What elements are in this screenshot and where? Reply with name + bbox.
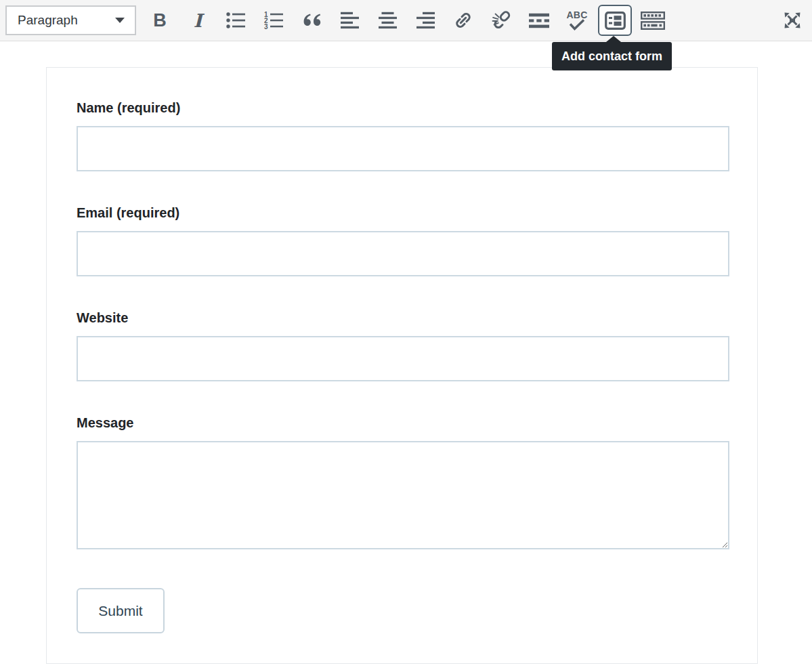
blockquote-icon [301,12,322,28]
website-field-group: Website [77,310,729,381]
contact-form-icon [605,12,626,30]
submit-button[interactable]: Submit [77,588,165,633]
read-more-button[interactable] [520,3,558,38]
blockquote-button[interactable] [293,3,330,38]
paragraph-format-select[interactable]: Paragraph [5,5,136,35]
link-icon [454,11,473,30]
add-contact-form-button[interactable] [598,5,632,36]
name-field-label: Name (required) [77,100,729,116]
fullscreen-icon [782,9,803,31]
align-center-icon [379,12,397,29]
align-right-icon [416,12,435,29]
add-contact-form-tooltip: Add contact form [552,42,672,70]
message-textarea[interactable] [77,441,729,549]
toolbar-button-row: B I 1 2 3 [141,0,672,41]
editor-toolbar: Paragraph B I 1 2 3 [0,0,812,41]
align-left-button[interactable] [330,3,368,38]
bulleted-list-icon [226,11,246,30]
toolbar-toggle-button[interactable] [634,3,672,38]
email-field-group: Email (required) [77,205,729,276]
numbered-list-button[interactable]: 1 2 3 [255,3,293,38]
italic-button[interactable]: I [179,3,217,38]
svg-text:3: 3 [264,23,268,30]
insert-link-button[interactable] [444,3,482,38]
format-select-value: Paragraph [18,13,78,28]
bulleted-list-button[interactable] [217,3,255,38]
italic-icon: I [194,10,202,31]
email-input[interactable] [77,231,729,276]
bold-button[interactable]: B [141,3,179,38]
name-input[interactable] [77,126,729,171]
chevron-down-icon [115,18,125,23]
email-field-label: Email (required) [77,205,729,221]
unlink-icon [492,11,511,30]
name-field-group: Name (required) [77,100,729,171]
align-right-button[interactable] [406,3,444,38]
website-field-label: Website [77,310,729,326]
remove-link-button[interactable] [482,3,520,38]
spellcheck-button[interactable]: ABC [558,3,596,38]
message-field-label: Message [77,415,729,431]
contact-form-preview: Name (required) Email (required) Website… [46,67,758,664]
align-left-icon [341,12,359,29]
read-more-icon [529,13,549,28]
align-center-button[interactable] [368,3,406,38]
fullscreen-button[interactable] [773,0,811,41]
bold-icon: B [153,10,167,31]
numbered-list-icon: 1 2 3 [263,11,284,30]
keyboard-icon [641,12,665,30]
spellcheck-icon: ABC [566,10,587,30]
website-input[interactable] [77,336,729,381]
message-field-group: Message [77,415,729,549]
